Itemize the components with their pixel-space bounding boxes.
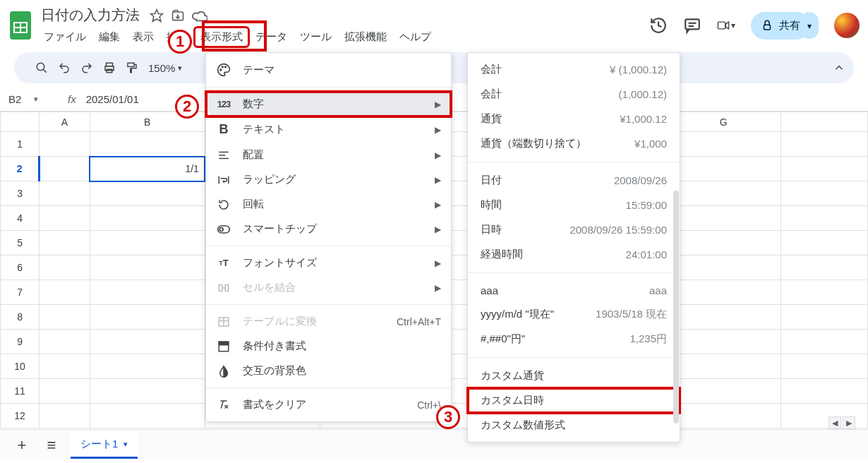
svg-line-13	[43, 69, 47, 73]
row-header[interactable]: 9	[1, 330, 40, 354]
sub-item-currency[interactable]: 通貨¥1,000.12	[468, 107, 680, 131]
label: テーマ	[243, 64, 275, 77]
share-dropdown[interactable]: ▾	[800, 12, 819, 39]
sub-item-custom-datetime[interactable]: カスタム日時	[468, 388, 680, 413]
menu-item-number[interactable]: 123 数字 ▶	[206, 92, 451, 116]
row-header[interactable]: 11	[1, 379, 40, 404]
menu-item-align[interactable]: 配置 ▶	[206, 143, 451, 167]
share-label: 共有	[779, 19, 800, 32]
col-header-g[interactable]: G	[666, 112, 781, 132]
star-icon[interactable]	[150, 8, 164, 23]
sub-item-custom-currency[interactable]: カスタム通貨	[468, 363, 680, 388]
sub-item-custom3[interactable]: #,##0"円"1,235円	[468, 327, 680, 351]
menu-item-fontsize[interactable]: TT フォントサイズ ▶	[206, 251, 451, 275]
number-icon: 123	[216, 99, 231, 109]
menu-item-text[interactable]: B テキスト ▶	[206, 116, 451, 143]
conditional-format-icon	[216, 340, 231, 353]
row-header[interactable]: 10	[1, 354, 40, 379]
menu-extensions[interactable]: 拡張機能	[339, 28, 392, 47]
paint-format-icon[interactable]	[126, 61, 138, 74]
comment-icon[interactable]	[683, 16, 701, 35]
toolbar-collapse-icon[interactable]	[833, 61, 845, 74]
sub-item-time[interactable]: 時間15:59:00	[468, 193, 680, 217]
row-header[interactable]: 1	[1, 132, 40, 157]
formula-input[interactable]: 2025/01/01	[86, 93, 139, 105]
label: 数字	[243, 97, 264, 111]
history-icon[interactable]	[649, 16, 668, 35]
svg-rect-29	[225, 284, 229, 291]
chevron-down-icon[interactable]: ▾	[123, 440, 128, 449]
row-header[interactable]: 4	[1, 206, 40, 231]
menu-view[interactable]: 表示	[127, 28, 159, 47]
sub-item-duration[interactable]: 経過時間24:01:00	[468, 242, 680, 267]
sheets-logo[interactable]	[6, 11, 35, 40]
sub-item-datetime[interactable]: 日時2008/09/26 15:59:00	[468, 217, 680, 242]
svg-marker-4	[151, 9, 163, 21]
redo-icon[interactable]	[80, 61, 93, 74]
shortcut: Ctrl+\	[417, 399, 441, 411]
menu-item-alt-colors[interactable]: 交互の背景色	[206, 359, 451, 383]
fx-icon[interactable]: fx	[68, 93, 76, 105]
sub-item-date[interactable]: 日付2008/09/26	[468, 168, 680, 193]
scroll-left-icon[interactable]: ◀	[828, 416, 841, 429]
sub-item-currency-round[interactable]: 通貨（端数切り捨て）¥1,000	[468, 131, 680, 156]
scroll-right-icon[interactable]: ▶	[843, 416, 855, 429]
scrollbar-thumb[interactable]	[673, 191, 679, 423]
menu-file[interactable]: ファイル	[38, 28, 92, 47]
search-icon[interactable]	[35, 61, 48, 74]
menu-item-rotate[interactable]: 回転 ▶	[206, 192, 451, 217]
name-box[interactable]: B2▾	[8, 93, 58, 105]
row-header[interactable]: 3	[1, 181, 40, 206]
menu-item-smartchip[interactable]: スマートチップ ▶	[206, 217, 451, 241]
label: テーブルに変換	[243, 315, 317, 328]
row-header[interactable]: 2	[1, 157, 40, 181]
sub-item-accounting[interactable]: 会計¥ (1,000.12)	[468, 57, 680, 82]
app-header: 日付の入力方法 ファイル 編集 表示 挿入 表示形式 データ ツール 拡張機能	[0, 0, 868, 47]
select-all-corner[interactable]	[1, 112, 40, 132]
row-header[interactable]: 8	[1, 305, 40, 330]
row-header[interactable]: 5	[1, 231, 40, 255]
label: 回転	[243, 198, 264, 211]
menu-help[interactable]: ヘルプ	[394, 28, 437, 47]
menu-edit[interactable]: 編集	[93, 28, 126, 47]
all-sheets-button[interactable]: ≡	[41, 436, 62, 455]
menu-data[interactable]: データ	[250, 28, 293, 47]
doc-title[interactable]: 日付の入力方法	[38, 4, 143, 26]
sheet-tab-1[interactable]: シート1 ▾	[71, 432, 138, 459]
col-header-a[interactable]: A	[40, 112, 90, 132]
menu-item-wrap[interactable]: ラッピング ▶	[206, 167, 451, 192]
table-icon	[216, 315, 231, 328]
menu-item-merge: セルを結合 ▶	[206, 275, 451, 300]
svg-point-12	[37, 63, 44, 71]
avatar[interactable]	[834, 13, 860, 38]
cloud-status-icon[interactable]	[192, 8, 207, 23]
chevron-right-icon: ▶	[435, 175, 441, 185]
sub-item-custom-number[interactable]: カスタム数値形式	[468, 413, 680, 438]
cell-b2[interactable]: 1/1	[90, 157, 205, 181]
sub-item-accounting2[interactable]: 会計(1,000.12)	[468, 82, 680, 107]
menu-item-conditional-format[interactable]: 条件付き書式	[206, 334, 451, 359]
smartchip-icon	[216, 224, 231, 235]
svg-point-27	[219, 227, 223, 231]
row-header[interactable]: 12	[1, 404, 40, 428]
add-sheet-button[interactable]: +	[11, 436, 32, 455]
zoom-select[interactable]: 150%▾	[148, 62, 182, 74]
move-icon[interactable]	[171, 8, 185, 23]
print-icon[interactable]	[103, 61, 116, 74]
menu-tools[interactable]: ツール	[294, 28, 337, 47]
menu-item-clear-format[interactable]: 書式をクリア Ctrl+\	[206, 392, 451, 417]
sub-item-custom1[interactable]: aaaaaa	[468, 279, 680, 302]
chevron-right-icon: ▶	[435, 283, 441, 293]
col-header[interactable]	[781, 112, 868, 132]
menu-item-convert-table: テーブルに変換 Ctrl+Alt+T	[206, 309, 451, 334]
svg-rect-17	[128, 63, 134, 66]
sub-item-custom2[interactable]: yyyy/m/d "現在"1903/5/18 現在	[468, 302, 680, 327]
palette-icon	[216, 63, 231, 77]
menu-format[interactable]: 表示形式	[195, 28, 248, 47]
undo-icon[interactable]	[58, 61, 71, 74]
row-header[interactable]: 7	[1, 280, 40, 305]
meet-icon[interactable]: ▾	[717, 16, 735, 35]
horizontal-scroll[interactable]: ◀ ▶	[828, 416, 855, 429]
row-header[interactable]: 6	[1, 255, 40, 280]
menu-item-theme[interactable]: テーマ	[206, 57, 451, 83]
